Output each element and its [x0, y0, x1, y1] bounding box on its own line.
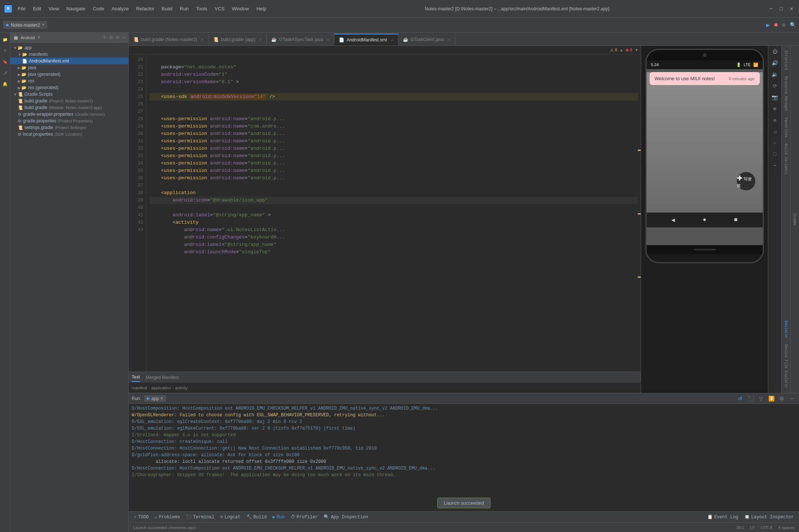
menu-vcs[interactable]: VCS [215, 6, 225, 11]
breadcrumb-manifest[interactable]: manifest [132, 386, 147, 390]
tree-item-gradle-scripts[interactable]: ▼ 📜 Gradle Scripts [10, 91, 128, 98]
minimize-panel-icon[interactable]: ─ [122, 35, 125, 40]
recents-button[interactable]: ■ [734, 217, 738, 223]
notifications-icon[interactable]: 🔔 [1, 80, 9, 88]
back-nav-icon[interactable]: ◁ [773, 129, 776, 135]
home-nav-icon[interactable]: ○ [773, 140, 776, 146]
menu-window[interactable]: Window [232, 6, 249, 11]
settings-panel-icon[interactable]: ⚙ [116, 35, 119, 40]
sidebar-build-variants[interactable]: Build Variants [783, 140, 789, 177]
bottom-tab-app-inspection[interactable]: 🔍 App Inspection [321, 514, 370, 521]
vcs-icon[interactable]: ⎇ [1, 69, 9, 77]
run-minimize-icon[interactable]: ─ [788, 394, 796, 403]
project-selector[interactable]: ◼ Notes-master2 ▼ [3, 21, 47, 29]
bottom-tab-event-log[interactable]: 📋 Event Log [705, 514, 741, 521]
screenshot-icon[interactable]: 📷 [772, 94, 778, 101]
minimize-button[interactable]: ─ [768, 6, 774, 12]
breadcrumb-activity[interactable]: activity [175, 386, 188, 390]
home-button[interactable]: ● [703, 217, 707, 223]
sidebar-favorites[interactable]: Favorites [783, 115, 789, 140]
tab-close-4[interactable]: ✕ [391, 38, 394, 42]
tree-item-androidmanifest[interactable]: 📄 AndroidManifest.xml [10, 58, 128, 64]
run-button[interactable]: ▶ [766, 21, 770, 29]
run-tab-close[interactable]: ✕ [160, 396, 163, 400]
settings-icon[interactable]: ⚙ [782, 22, 785, 28]
menu-help[interactable]: Help [256, 6, 266, 11]
menu-build[interactable]: Build [162, 6, 172, 11]
tab-close-1[interactable]: ✕ [201, 38, 204, 42]
run-panel-body[interactable]: D/HostComposition: HostComposition ext A… [129, 404, 799, 495]
run-stop-icon[interactable]: ⬛ [746, 394, 755, 403]
project-icon[interactable]: 📁 [1, 35, 9, 44]
tab-build-gradle-app[interactable]: 📜 build.gradle (app) ✕ [209, 34, 267, 45]
search-button[interactable]: 🔍 [790, 22, 796, 28]
bottom-tab-layout-inspector[interactable]: 🔲 Layout Inspector [742, 514, 796, 521]
tree-item-local-properties[interactable]: ⚙ local.properties (SDK Location) [10, 131, 128, 138]
tab-android-manifest[interactable]: 📄 AndroidManifest.xml ✕ [334, 34, 398, 45]
sidebar-structure[interactable]: Structure [783, 47, 789, 73]
overview-nav-icon[interactable]: □ [773, 151, 776, 157]
bottom-tab-build[interactable]: 🔨 Build [244, 514, 269, 521]
run-scroll-end-icon[interactable]: ⏬ [767, 394, 775, 403]
tree-item-gradle-properties[interactable]: ⚙ gradle.properties (Project Properties) [10, 118, 128, 124]
zoom-in-icon[interactable]: ⊕ [773, 106, 776, 112]
phone-screen[interactable]: 5:24 🔋 LTE 📶 [647, 60, 763, 245]
tree-item-build-gradle-project[interactable]: 📜 build.gradle (Project: Notes-master2) [10, 98, 128, 104]
tree-item-manifests[interactable]: ▼ 📂 manifests [10, 51, 128, 58]
menu-analyze[interactable]: Analyze [112, 6, 129, 11]
phone-app-content[interactable]: Welcome to use MIUI notes! 0 minutes ago… [647, 72, 763, 213]
back-button[interactable]: ◀ [671, 216, 675, 224]
tree-item-java-generated[interactable]: ▶ 📂 java (generated) [10, 71, 128, 78]
menu-edit[interactable]: Edit [33, 6, 41, 11]
menu-navigate[interactable]: Navigate [66, 6, 85, 11]
close-button[interactable]: ✕ [789, 6, 795, 12]
maximize-button[interactable]: □ [778, 6, 784, 12]
rotate-icon[interactable]: ⟳ [773, 83, 777, 89]
bookmark-icon[interactable]: 🔖 [1, 58, 9, 66]
tab-gtask-client[interactable]: ☕ GTaskClient.java ✕ [398, 34, 455, 45]
manifest-tab-merged[interactable]: Merged Manifest [146, 373, 179, 382]
tree-item-settings-gradle[interactable]: 📜 settings.gradle (Project Settings) [10, 124, 128, 131]
tree-item-res-generated[interactable]: ▶ 📂 res (generated) [10, 84, 128, 91]
zoom-out-icon[interactable]: ⊖ [773, 117, 776, 123]
sidebar-resource[interactable]: Resource Manager [783, 73, 789, 115]
menu-code[interactable]: Code [93, 6, 104, 11]
tab-close-2[interactable]: ✕ [259, 38, 262, 42]
panel-dropdown[interactable]: ▼ [37, 35, 41, 40]
phone-fab[interactable]: ✚ 写便签 [737, 172, 755, 190]
tree-item-gradle-wrapper[interactable]: ⚙ gradle-wrapper.properties (Gradle Vers… [10, 111, 128, 118]
bottom-tab-terminal[interactable]: ⬛ Terminal [184, 514, 217, 521]
tab-gtask-async[interactable]: ☕ GTaskASyncTask.java ✕ [267, 34, 334, 45]
menu-tools[interactable]: Tools [196, 6, 207, 11]
menu-refactor[interactable]: Refactor [136, 6, 154, 11]
volume-up-icon[interactable]: 🔊 [772, 60, 778, 66]
code-content[interactable]: package="net.micode.notes" android:versi… [146, 55, 641, 372]
tab-build-gradle-notes[interactable]: 📜 build.gradle (Notes-master2) ✕ [129, 34, 209, 45]
tree-item-build-gradle-app[interactable]: 📜 build.gradle (Module: Notes-master2.ap… [10, 104, 128, 111]
tree-item-java[interactable]: ▶ 📂 java [10, 64, 128, 71]
emulator-label[interactable]: Emulator [783, 318, 789, 341]
bottom-tab-logcat[interactable]: ≡ Logcat [218, 514, 243, 521]
tab-close-3[interactable]: ✕ [327, 38, 330, 42]
menu-file[interactable]: File [18, 6, 26, 11]
run-filter-icon[interactable]: ▽ [757, 394, 765, 403]
bottom-tab-problems[interactable]: ⚠ Problems [152, 514, 182, 521]
collapse-icon[interactable]: ⊟ [109, 35, 113, 40]
tree-item-app[interactable]: ▼ 📂 app [10, 44, 128, 51]
structure-icon[interactable]: ≡ [1, 47, 9, 55]
menu-view[interactable]: View [48, 6, 59, 11]
code-editor[interactable]: 2021222324 2526272829 3031323334 3536373… [129, 55, 641, 372]
more-icon[interactable]: ⋯ [773, 162, 776, 169]
tab-close-5[interactable]: ✕ [448, 38, 451, 42]
power-icon[interactable]: ⏻ [772, 49, 778, 55]
breadcrumb-application[interactable]: application [151, 386, 171, 390]
run-app-selector[interactable]: ▶ app ✕ [144, 395, 166, 402]
tree-item-res[interactable]: ▶ 📂 res [10, 78, 128, 84]
manifest-tab-text[interactable]: Text [132, 373, 140, 382]
run-settings-icon[interactable]: ⚙ [778, 394, 786, 403]
bottom-tab-todo[interactable]: ✓ TODO [132, 514, 151, 521]
volume-down-icon[interactable]: 🔉 [772, 71, 778, 78]
device-file-explorer[interactable]: Device File Explorer [783, 341, 789, 392]
bottom-tab-run[interactable]: ▶ Run [270, 514, 287, 521]
run-restart-icon[interactable]: ↺ [736, 394, 744, 403]
